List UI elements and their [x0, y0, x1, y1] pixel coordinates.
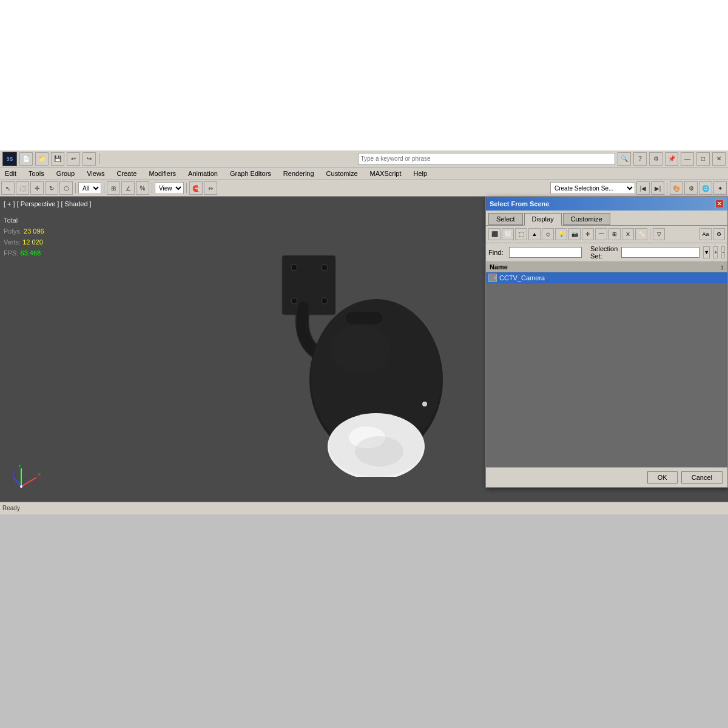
dlg-space-btn[interactable]: 〰 [595, 228, 607, 240]
dialog-tabs: Select Display Customize [486, 211, 727, 226]
new-btn[interactable]: 📄 [19, 152, 33, 166]
tab-display[interactable]: Display [524, 213, 562, 226]
settings-btn[interactable]: ⚙ [649, 152, 662, 166]
menu-create[interactable]: Create [114, 169, 139, 178]
search-input[interactable] [358, 153, 616, 165]
percent-snap-btn[interactable]: % [136, 181, 149, 195]
magnet-btn[interactable]: 🧲 [189, 181, 203, 195]
dlg-filter-btn[interactable]: ▽ [653, 228, 665, 240]
view-dropdown[interactable]: View [155, 182, 184, 194]
menu-modifiers[interactable]: Modifiers [146, 169, 178, 178]
mirror-btn[interactable]: ⇔ [204, 181, 217, 195]
dialog-close-btn[interactable]: ✕ [715, 200, 724, 208]
fps-row: FPS: 63.468 [4, 248, 44, 258]
polys-value: 23 096 [24, 228, 44, 235]
dlg-xref-btn[interactable]: X [622, 228, 634, 240]
effects-btn[interactable]: ✦ [713, 181, 727, 195]
selection-set-btn2[interactable]: - [721, 246, 725, 258]
angle-snap-btn[interactable]: ∠ [121, 181, 135, 195]
dlg-shape-btn[interactable]: ◇ [542, 228, 554, 240]
menu-help[interactable]: Help [411, 169, 430, 178]
menu-group[interactable]: Group [54, 169, 78, 178]
redo-btn[interactable]: ↪ [83, 152, 96, 166]
selection-set-input[interactable] [621, 247, 699, 258]
select-btn[interactable]: ↖ [1, 181, 15, 195]
cancel-button[interactable]: Cancel [681, 471, 723, 484]
snap-btn[interactable]: ⊞ [107, 181, 120, 195]
pin-btn[interactable]: 📌 [665, 152, 678, 166]
minimize-btn[interactable]: — [681, 152, 694, 166]
save-btn[interactable]: 💾 [51, 152, 64, 166]
help-btn[interactable]: ? [633, 152, 647, 166]
render-setup-btn[interactable]: ⚙ [684, 181, 698, 195]
list-name-header: Name [490, 263, 508, 271]
menu-maxscript[interactable]: MAXScript [368, 169, 404, 178]
menu-views[interactable]: Views [84, 169, 107, 178]
object-list[interactable]: CCTV_Camera [486, 272, 727, 467]
undo-btn[interactable]: ↩ [67, 152, 80, 166]
below-app-area [0, 514, 728, 728]
menu-animation[interactable]: Animation [186, 169, 220, 178]
dlg-cam-btn[interactable]: 📷 [568, 228, 581, 240]
render-btn[interactable]: 🎨 [670, 181, 683, 195]
status-text: Ready [2, 505, 20, 511]
selection-set-dropdown-btn[interactable]: ▼ [703, 246, 710, 258]
filter-dropdown[interactable]: All [78, 182, 101, 194]
dlg-geo-btn[interactable]: ▲ [528, 228, 541, 240]
menu-edit[interactable]: Edit [2, 169, 19, 178]
close-btn[interactable]: ✕ [712, 152, 726, 166]
ok-button[interactable]: OK [647, 471, 678, 484]
svg-line-19 [13, 477, 21, 487]
open-btn[interactable]: 📁 [35, 152, 49, 166]
menu-tools[interactable]: Tools [26, 169, 47, 178]
svg-line-15 [21, 477, 36, 487]
find-input[interactable] [509, 247, 582, 258]
main-toolbar: ↖ ⬚ ✛ ↻ ⬡ All ⊞ ∠ % View 🧲 ⇔ Create Sele… [0, 180, 728, 197]
selection-set-label: Selection Set: [590, 245, 618, 260]
main-app-frame: 3S 📄 📁 💾 ↩ ↪ 🔍 ? ⚙ 📌 — □ ✕ Edit Tools Gr… [0, 150, 728, 514]
dlg-group-btn[interactable]: ⊞ [608, 228, 621, 240]
select-from-scene-dialog: Select From Scene ✕ Select Display Custo… [485, 197, 728, 488]
rotate-btn[interactable]: ↻ [45, 181, 58, 195]
dlg-all-btn[interactable]: ⬛ [488, 228, 500, 240]
selection-set-btn1[interactable]: + [713, 246, 718, 258]
svg-point-3 [322, 265, 328, 271]
env-btn[interactable]: 🌐 [699, 181, 712, 195]
tab-select[interactable]: Select [488, 213, 523, 225]
svg-text:Y: Y [18, 465, 22, 468]
dlg-light-btn[interactable]: 💡 [555, 228, 567, 240]
svg-point-12 [355, 436, 403, 467]
dlg-invert-btn[interactable]: ⬚ [515, 228, 527, 240]
tab-customize[interactable]: Customize [563, 213, 610, 225]
svg-point-21 [20, 485, 22, 488]
list-sort-icon[interactable]: ↕ [721, 263, 724, 271]
dialog-titlebar: Select From Scene ✕ [486, 197, 727, 211]
status-bar: Ready [0, 502, 728, 514]
list-item[interactable]: CCTV_Camera [486, 272, 727, 283]
dlg-helper-btn[interactable]: ✛ [582, 228, 594, 240]
prev-key-btn[interactable]: |◀ [636, 181, 650, 195]
menu-rendering[interactable]: Rendering [281, 169, 317, 178]
svg-text:X: X [38, 472, 41, 477]
dlg-case-btn[interactable]: Aa [699, 228, 712, 240]
menu-customize[interactable]: Customize [324, 169, 360, 178]
camera-icon [489, 274, 496, 281]
select-region-btn[interactable]: ⬚ [16, 181, 29, 195]
next-key-btn[interactable]: ▶| [651, 181, 664, 195]
dialog-toolbar: ⬛ ⬜ ⬚ ▲ ◇ 💡 📷 ✛ 〰 ⊞ X 🦴 ▽ Aa ⚙ [486, 226, 727, 243]
move-btn[interactable]: ✛ [30, 181, 44, 195]
search-btn[interactable]: 🔍 [618, 152, 631, 166]
scale-btn[interactable]: ⬡ [59, 181, 73, 195]
find-label: Find: [488, 249, 505, 256]
app-logo: 3S [2, 152, 17, 166]
axis-svg: X Y Z [12, 465, 42, 496]
find-row: Find: Selection Set: ▼ + - [486, 243, 727, 262]
dlg-options-btn[interactable]: ⚙ [713, 228, 725, 240]
polys-label: Polys: [4, 228, 22, 235]
maximize-btn[interactable]: □ [696, 152, 710, 166]
menu-graph-editors[interactable]: Graph Editors [228, 169, 274, 178]
app-top-row: 3S 📄 📁 💾 ↩ ↪ 🔍 ? ⚙ 📌 — □ ✕ [0, 150, 728, 167]
dlg-none-btn[interactable]: ⬜ [502, 228, 514, 240]
create-selection-dropdown[interactable]: Create Selection Se... [550, 182, 635, 194]
dlg-bone-btn[interactable]: 🦴 [635, 228, 647, 240]
